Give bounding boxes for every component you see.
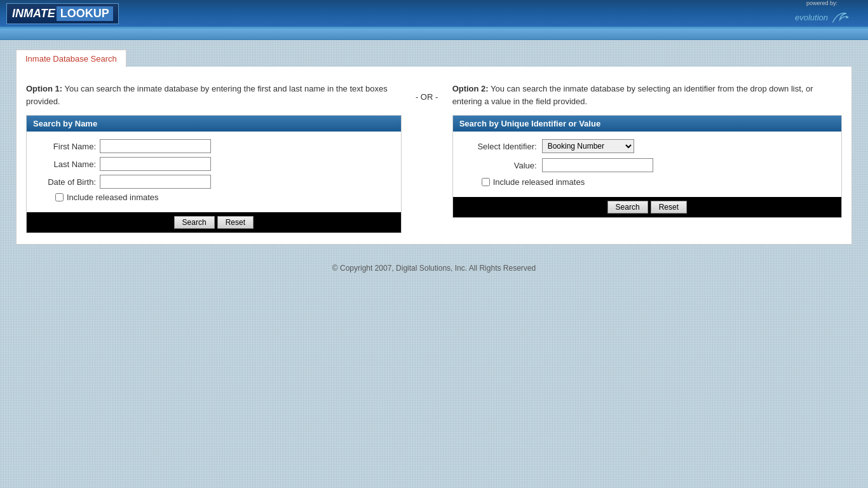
powered-by-section: powered by: evolution: [795, 0, 849, 27]
value-label: Value:: [459, 161, 542, 170]
evolution-text: evolution: [795, 13, 828, 22]
option1-area: Option 1: You can search the inmate data…: [26, 83, 402, 233]
dob-row: Date of Birth:: [33, 175, 395, 189]
search-by-identifier-body: Select Identifier: Booking Number SSN DO…: [453, 132, 841, 197]
reset-button-id[interactable]: Reset: [651, 201, 687, 214]
powered-by-text: powered by:: [806, 0, 837, 6]
search-by-identifier-header: Search by Unique Identifier or Value: [453, 116, 841, 132]
option2-label: Option 2:: [452, 84, 489, 93]
option1-label: Option 1:: [26, 84, 62, 93]
include-released-row-id: Include released inmates: [459, 177, 835, 187]
main-wrapper: Inmate Database Search Option 1: You can…: [0, 40, 868, 254]
search-by-name-footer: Search Reset: [27, 212, 401, 233]
last-name-row: Last Name:: [33, 157, 395, 171]
identifier-select[interactable]: Booking Number SSN DOB ID Number: [542, 139, 634, 153]
options-container: Option 1: You can search the inmate data…: [26, 76, 842, 233]
last-name-input[interactable]: [100, 157, 211, 171]
include-released-row-name: Include released inmates: [33, 193, 395, 202]
header: INMATE LOOKUP powered by: evolution: [0, 0, 868, 29]
include-released-checkbox-name[interactable]: [55, 193, 64, 201]
tab-header: Inmate Database Search: [16, 50, 852, 67]
select-identifier-row: Select Identifier: Booking Number SSN DO…: [459, 139, 835, 153]
or-divider: - OR -: [402, 83, 452, 102]
nav-bar: [0, 29, 868, 40]
include-released-label-id: Include released inmates: [493, 177, 585, 187]
select-identifier-label: Select Identifier:: [459, 142, 542, 151]
svg-marker-0: [846, 15, 849, 18]
footer: © Copyright 2007, Digital Solutions, Inc…: [0, 254, 868, 282]
include-released-checkbox-id[interactable]: [482, 178, 490, 186]
evolution-logo: evolution: [795, 8, 849, 27]
value-row: Value:: [459, 158, 835, 172]
reset-button-name[interactable]: Reset: [217, 216, 254, 229]
first-name-row: First Name:: [33, 139, 395, 153]
search-by-name-box: Search by Name First Name: Last Name: Da…: [26, 115, 402, 233]
search-by-identifier-box: Search by Unique Identifier or Value Sel…: [452, 115, 842, 218]
dob-label: Date of Birth:: [33, 177, 100, 187]
search-by-name-body: First Name: Last Name: Date of Birth:: [27, 132, 401, 212]
option1-text: You can search the inmate database by en…: [26, 84, 388, 106]
option1-description: Option 1: You can search the inmate data…: [26, 83, 402, 107]
search-button-name[interactable]: Search: [174, 216, 215, 229]
identifier-value-input[interactable]: [542, 158, 653, 172]
dob-input[interactable]: [100, 175, 211, 189]
last-name-label: Last Name:: [33, 159, 100, 169]
logo-inmate: INMATE: [12, 7, 55, 20]
first-name-label: First Name:: [33, 142, 100, 151]
logo-box: INMATE LOOKUP: [6, 3, 119, 24]
first-name-input[interactable]: [100, 139, 211, 153]
search-by-identifier-footer: Search Reset: [453, 197, 841, 217]
search-button-id[interactable]: Search: [607, 201, 648, 214]
evolution-swoosh-icon: [830, 8, 849, 27]
tab-inmate-database-search[interactable]: Inmate Database Search: [16, 50, 126, 67]
option2-description: Option 2: You can search the inmate data…: [452, 83, 842, 107]
search-by-name-header: Search by Name: [27, 116, 401, 132]
option2-text: You can search the inmate database by se…: [452, 84, 813, 106]
logo-lookup: LOOKUP: [57, 6, 113, 21]
logo-area: INMATE LOOKUP: [6, 3, 119, 24]
option2-area: Option 2: You can search the inmate data…: [452, 83, 842, 218]
content-panel: Option 1: You can search the inmate data…: [16, 67, 852, 245]
copyright-text: © Copyright 2007, Digital Solutions, Inc…: [332, 264, 536, 273]
include-released-label-name: Include released inmates: [67, 193, 159, 202]
